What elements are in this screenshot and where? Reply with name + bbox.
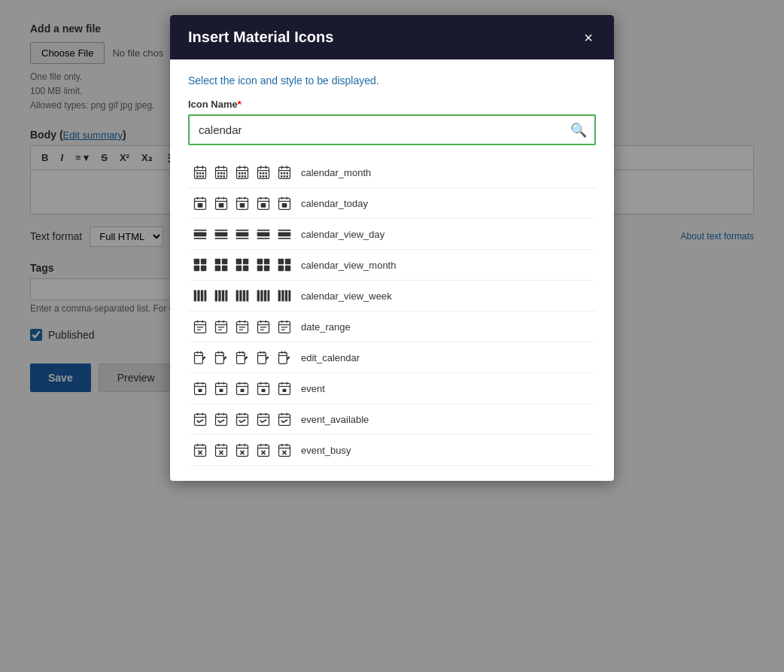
icon-name-label: Icon Name*: [188, 99, 596, 110]
svg-rect-184: [199, 389, 202, 392]
icon-variant-4: [275, 348, 293, 366]
icon-variant-1: [212, 256, 230, 274]
svg-rect-45: [284, 172, 286, 175]
svg-rect-225: [195, 445, 206, 456]
icon-result-row[interactable]: calendar_month: [188, 157, 596, 188]
svg-rect-25: [242, 172, 244, 175]
svg-rect-160: [195, 352, 203, 363]
svg-rect-114: [215, 290, 217, 302]
icon-result-row[interactable]: event: [188, 373, 596, 404]
icon-variant-2: [233, 410, 251, 428]
icon-variant-3: [254, 194, 272, 212]
svg-rect-125: [267, 290, 269, 302]
icon-variant-2: [233, 225, 251, 243]
icon-results: calendar_monthcalendar_todaycalendar_vie…: [188, 157, 596, 466]
icon-variant-1: [212, 318, 230, 336]
icon-variant-4: [275, 287, 293, 305]
svg-rect-82: [236, 233, 249, 237]
svg-rect-18: [220, 175, 223, 178]
icon-variant-0: [191, 256, 209, 274]
icon-result-row[interactable]: edit_calendar: [188, 342, 596, 373]
search-icon: 🔍: [570, 122, 587, 138]
svg-rect-180: [195, 383, 206, 394]
svg-rect-92: [194, 266, 200, 272]
svg-rect-221: [279, 414, 290, 425]
icon-variant-0: [191, 163, 209, 181]
svg-rect-75: [194, 230, 207, 231]
svg-rect-108: [278, 266, 284, 272]
icon-variants: [191, 379, 293, 397]
modal-overlay: Insert Material Icons × Select the icon …: [0, 0, 784, 672]
svg-rect-36: [266, 172, 268, 175]
modal-header: Insert Material Icons ×: [170, 15, 614, 59]
icon-result-row[interactable]: date_range: [188, 312, 596, 342]
svg-rect-189: [220, 389, 223, 392]
icon-result-name: event_busy: [301, 445, 351, 456]
icon-result-row[interactable]: calendar_view_day: [188, 219, 596, 250]
svg-rect-49: [287, 175, 289, 178]
icon-result-name: event: [301, 383, 325, 394]
svg-rect-200: [279, 383, 290, 394]
icon-result-row[interactable]: calendar_today: [188, 188, 596, 219]
svg-rect-121: [246, 290, 248, 302]
svg-rect-97: [222, 266, 228, 272]
svg-rect-116: [222, 290, 224, 302]
svg-rect-106: [278, 259, 284, 265]
icon-variant-0: [191, 225, 209, 243]
svg-rect-118: [236, 290, 239, 302]
icon-variant-4: [275, 410, 293, 428]
icon-variant-4: [275, 379, 293, 397]
modal-title: Insert Material Icons: [188, 29, 333, 46]
svg-rect-38: [263, 175, 265, 178]
svg-rect-122: [257, 290, 260, 302]
svg-rect-102: [257, 259, 263, 265]
icon-search-wrapper: 🔍: [188, 114, 596, 145]
icon-result-row[interactable]: calendar_view_month: [188, 250, 596, 281]
svg-rect-237: [237, 445, 248, 456]
icon-variant-2: [233, 348, 251, 366]
icon-variants: [191, 441, 293, 459]
svg-rect-29: [245, 175, 247, 178]
icon-variant-4: [275, 256, 293, 274]
icon-result-row[interactable]: calendar_view_week: [188, 281, 596, 312]
svg-rect-7: [196, 175, 199, 178]
svg-rect-27: [239, 175, 241, 178]
icon-result-row[interactable]: event_busy: [188, 435, 596, 466]
icon-result-name: calendar_today: [301, 198, 368, 209]
modal-close-button[interactable]: ×: [581, 30, 596, 45]
icon-variants: [191, 225, 293, 243]
svg-rect-119: [239, 290, 242, 302]
svg-rect-54: [198, 203, 203, 208]
icon-result-name: calendar_view_month: [301, 260, 396, 271]
icon-variant-1: [212, 348, 230, 366]
icon-result-name: event_available: [301, 414, 369, 425]
icon-name-input[interactable]: [188, 114, 596, 145]
svg-rect-86: [257, 238, 270, 239]
svg-rect-16: [223, 172, 226, 175]
icon-variants: [191, 287, 293, 305]
icon-variant-1: [212, 410, 230, 428]
svg-rect-249: [279, 445, 290, 456]
svg-rect-100: [236, 266, 242, 272]
svg-rect-8: [199, 175, 202, 178]
icon-variant-3: [254, 348, 272, 366]
icon-variants: [191, 348, 293, 366]
svg-rect-6: [202, 172, 205, 175]
svg-rect-195: [258, 383, 269, 394]
svg-rect-204: [283, 389, 287, 392]
svg-rect-103: [264, 259, 270, 265]
icon-variant-1: [212, 225, 230, 243]
svg-rect-17: [217, 175, 220, 178]
icon-variant-0: [191, 287, 209, 305]
svg-rect-110: [194, 290, 196, 302]
svg-rect-94: [215, 259, 221, 265]
svg-rect-85: [257, 233, 270, 237]
icon-variant-4: [275, 318, 293, 336]
svg-rect-19: [223, 175, 226, 178]
svg-rect-48: [284, 175, 286, 178]
icon-result-row[interactable]: event_available: [188, 404, 596, 435]
icon-variant-0: [191, 441, 209, 459]
svg-rect-128: [285, 290, 287, 302]
svg-rect-117: [225, 290, 227, 302]
icon-variant-3: [254, 441, 272, 459]
